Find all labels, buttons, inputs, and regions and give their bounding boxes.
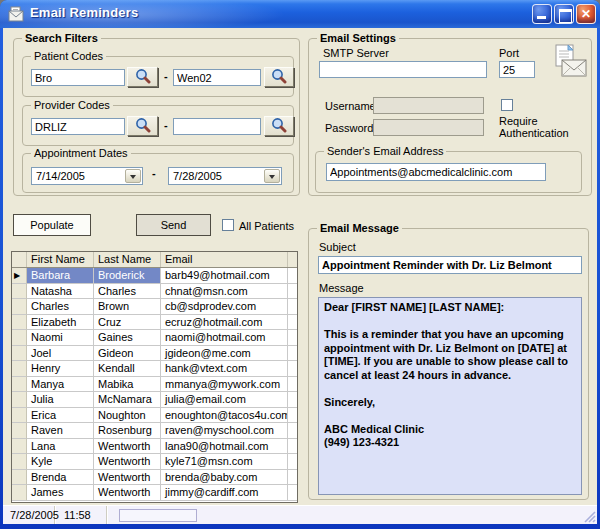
- maximize-button[interactable]: [554, 4, 574, 24]
- close-button[interactable]: [576, 4, 596, 24]
- row-selector[interactable]: [12, 408, 27, 424]
- cell-first-name[interactable]: Elizabeth: [27, 315, 94, 331]
- cell-first-name[interactable]: Barbara: [27, 268, 94, 284]
- table-row[interactable]: CharlesBrowncb@sdprodev.com: [12, 299, 297, 315]
- row-selector[interactable]: [12, 361, 27, 377]
- cell-email[interactable]: barb49@hotmail.com: [161, 268, 288, 284]
- cell-first-name[interactable]: Charles: [27, 299, 94, 315]
- port-input[interactable]: [499, 61, 535, 78]
- cell-first-name[interactable]: Joel: [27, 346, 94, 362]
- column-header-first-name[interactable]: First Name: [27, 252, 94, 267]
- row-selector[interactable]: [12, 377, 27, 393]
- row-selector[interactable]: [12, 485, 27, 501]
- cell-last-name[interactable]: Brown: [94, 299, 161, 315]
- cell-email[interactable]: jimmy@cardiff.com: [161, 485, 288, 501]
- patient-code-to-input[interactable]: [173, 69, 261, 86]
- appointment-date-to-picker[interactable]: 7/28/2005: [168, 167, 282, 185]
- row-selector[interactable]: [12, 330, 27, 346]
- patient-code-from-lookup-button[interactable]: [127, 67, 158, 87]
- row-selector[interactable]: [12, 315, 27, 331]
- table-row[interactable]: ManyaMabikammanya@mywork.com: [12, 377, 297, 393]
- provider-code-to-lookup-button[interactable]: [264, 116, 294, 136]
- populate-button[interactable]: Populate: [13, 214, 91, 236]
- row-selector[interactable]: [12, 392, 27, 408]
- cell-last-name[interactable]: Kendall: [94, 361, 161, 377]
- cell-first-name[interactable]: Erica: [27, 408, 94, 424]
- cell-email[interactable]: jgideon@me.com: [161, 346, 288, 362]
- cell-first-name[interactable]: Lana: [27, 439, 94, 455]
- patient-code-from-input[interactable]: [31, 69, 125, 86]
- username-input[interactable]: [373, 97, 484, 114]
- smtp-server-input[interactable]: [319, 61, 487, 78]
- table-row[interactable]: JamesWentworthjimmy@cardiff.com: [12, 485, 297, 501]
- table-row[interactable]: BrendaWentworthbrenda@baby.com: [12, 470, 297, 486]
- table-row[interactable]: JoelGideonjgideon@me.com: [12, 346, 297, 362]
- require-auth-checkbox[interactable]: [501, 99, 513, 111]
- row-selector[interactable]: [12, 346, 27, 362]
- row-selector[interactable]: [12, 284, 27, 300]
- subject-input[interactable]: [318, 256, 582, 274]
- row-selector[interactable]: [12, 454, 27, 470]
- row-selector[interactable]: [12, 470, 27, 486]
- table-row[interactable]: NatashaCharleschnat@msn.com: [12, 284, 297, 300]
- cell-last-name[interactable]: Wentworth: [94, 439, 161, 455]
- cell-first-name[interactable]: Kyle: [27, 454, 94, 470]
- cell-first-name[interactable]: Julia: [27, 392, 94, 408]
- cell-last-name[interactable]: Wentworth: [94, 470, 161, 486]
- patient-code-to-lookup-button[interactable]: [264, 67, 294, 87]
- cell-email[interactable]: raven@myschool.com: [161, 423, 288, 439]
- table-row[interactable]: LanaWentworthlana90@hotmail.com: [12, 439, 297, 455]
- cell-email[interactable]: kyle71@msn.com: [161, 454, 288, 470]
- cell-first-name[interactable]: Naomi: [27, 330, 94, 346]
- table-row[interactable]: ElizabethCruzecruz@hotmail.com: [12, 315, 297, 331]
- table-row[interactable]: JuliaMcNamarajulia@email.com: [12, 392, 297, 408]
- cell-email[interactable]: enoughton@tacos4u.com: [161, 408, 288, 424]
- cell-last-name[interactable]: Gaines: [94, 330, 161, 346]
- provider-code-from-input[interactable]: [31, 118, 125, 135]
- cell-email[interactable]: hank@vtext.com: [161, 361, 288, 377]
- appointment-date-from-picker[interactable]: 7/14/2005: [31, 167, 143, 185]
- password-input[interactable]: [373, 119, 484, 136]
- cell-email[interactable]: chnat@msn.com: [161, 284, 288, 300]
- all-patients-checkbox[interactable]: [222, 219, 234, 231]
- send-button[interactable]: Send: [136, 214, 211, 236]
- chevron-down-icon[interactable]: [125, 169, 141, 183]
- title-bar[interactable]: Email Reminders: [0, 0, 600, 28]
- cell-first-name[interactable]: Henry: [27, 361, 94, 377]
- cell-last-name[interactable]: Rosenburg: [94, 423, 161, 439]
- cell-first-name[interactable]: Brenda: [27, 470, 94, 486]
- cell-email[interactable]: naomi@hotmail.com: [161, 330, 288, 346]
- cell-first-name[interactable]: Natasha: [27, 284, 94, 300]
- cell-email[interactable]: lana90@hotmail.com: [161, 439, 288, 455]
- provider-code-to-input[interactable]: [173, 118, 261, 135]
- cell-last-name[interactable]: Wentworth: [94, 454, 161, 470]
- table-row[interactable]: ▶BarbaraBroderickbarb49@hotmail.com: [12, 268, 297, 284]
- table-row[interactable]: NaomiGainesnaomi@hotmail.com: [12, 330, 297, 346]
- cell-first-name[interactable]: Raven: [27, 423, 94, 439]
- table-row[interactable]: EricaNoughtonenoughton@tacos4u.com: [12, 408, 297, 424]
- cell-email[interactable]: cb@sdprodev.com: [161, 299, 288, 315]
- cell-last-name[interactable]: Cruz: [94, 315, 161, 331]
- cell-last-name[interactable]: Gideon: [94, 346, 161, 362]
- row-selector[interactable]: [12, 423, 27, 439]
- cell-first-name[interactable]: James: [27, 485, 94, 501]
- resize-grip-icon[interactable]: [583, 510, 596, 523]
- cell-email[interactable]: ecruz@hotmail.com: [161, 315, 288, 331]
- table-row[interactable]: HenryKendallhank@vtext.com: [12, 361, 297, 377]
- cell-last-name[interactable]: Charles: [94, 284, 161, 300]
- row-selector[interactable]: [12, 299, 27, 315]
- cell-last-name[interactable]: Mabika: [94, 377, 161, 393]
- provider-code-from-lookup-button[interactable]: [127, 116, 158, 136]
- cell-last-name[interactable]: Noughton: [94, 408, 161, 424]
- cell-email[interactable]: julia@email.com: [161, 392, 288, 408]
- cell-last-name[interactable]: Broderick: [94, 268, 161, 284]
- message-textarea[interactable]: Dear [FIRST NAME] [LAST NAME]: This is a…: [318, 297, 582, 495]
- table-row[interactable]: RavenRosenburgraven@myschool.com: [12, 423, 297, 439]
- minimize-button[interactable]: [532, 4, 552, 24]
- cell-email[interactable]: mmanya@mywork.com: [161, 377, 288, 393]
- cell-last-name[interactable]: McNamara: [94, 392, 161, 408]
- cell-last-name[interactable]: Wentworth: [94, 485, 161, 501]
- sender-email-input[interactable]: [326, 163, 546, 181]
- column-header-email[interactable]: Email: [161, 252, 288, 267]
- table-row[interactable]: KyleWentworthkyle71@msn.com: [12, 454, 297, 470]
